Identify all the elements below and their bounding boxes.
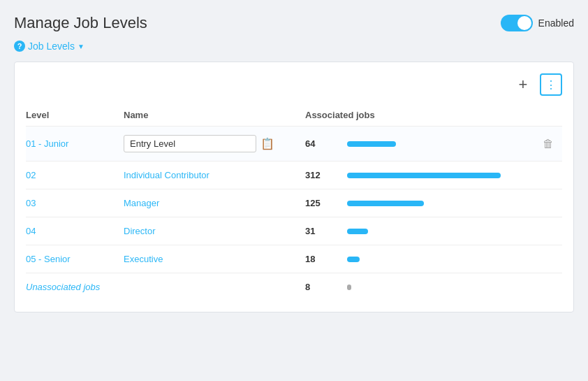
unassociated-label: Unassociated jobs [26,282,305,292]
level-cell: 04 [26,226,124,236]
jobs-count: 31 [305,226,347,236]
level-cell: 03 [26,198,124,208]
breadcrumb: ? Job Levels ▼ [14,41,574,52]
table-row: 04Director31 [26,217,562,245]
unassociated-bar [347,285,351,290]
delete-button[interactable]: 🗑 [534,138,562,150]
toolbar: + ⋮ [26,73,562,96]
name-cell: 📋 [124,135,305,152]
breadcrumb-link[interactable]: Job Levels ▼ [28,41,84,52]
table-header: Level Name Associated jobs [26,104,562,127]
more-options-button[interactable]: ⋮ [540,73,562,96]
level-cell: 02 [26,170,124,180]
table-row: 01 - Junior📋64🗑 [26,127,562,161]
table-body: 01 - Junior📋64🗑02Individual Contributor3… [26,127,562,301]
col-level: Level [26,110,124,120]
enabled-toggle[interactable] [501,15,533,31]
toggle-container: Enabled [501,15,574,31]
unassociated-bar-container [347,285,534,290]
name-cell[interactable]: Manager [124,198,305,208]
name-cell[interactable]: Individual Contributor [124,170,305,180]
name-input[interactable] [124,135,256,152]
col-associated-jobs: Associated jobs [305,110,534,120]
col-name: Name [124,110,305,120]
main-card: + ⋮ Level Name Associated jobs 01 - Juni… [14,62,574,312]
table-row: 02Individual Contributor312 [26,161,562,189]
level-cell: 01 - Junior [26,138,124,149]
jobs-bar [347,229,368,234]
jobs-count: 18 [305,254,347,264]
add-button[interactable]: + [512,73,534,96]
bar-container [347,141,534,147]
name-cell[interactable]: Executive [124,254,305,264]
edit-icon[interactable]: 📋 [260,137,274,150]
table-row: 05 - SeniorExecutive18 [26,245,562,273]
level-cell: 05 - Senior [26,254,124,264]
unassociated-row: Unassociated jobs8 [26,273,562,301]
toggle-label: Enabled [538,17,574,29]
jobs-count: 312 [305,170,347,180]
chevron-down-icon: ▼ [78,43,84,50]
bar-container [347,257,534,262]
jobs-count: 125 [305,198,347,208]
bar-container [347,229,534,234]
unassociated-count: 8 [305,282,347,292]
name-cell[interactable]: Director [124,226,305,236]
table-row: 03Manager125 [26,189,562,217]
page-title: Manage Job Levels [14,14,147,32]
bar-container [347,201,534,206]
jobs-count: 64 [305,138,347,149]
help-icon[interactable]: ? [14,41,25,52]
jobs-bar [347,201,424,206]
bar-container [347,173,534,178]
jobs-bar [347,257,360,262]
jobs-bar [347,173,501,178]
jobs-bar [347,141,396,147]
